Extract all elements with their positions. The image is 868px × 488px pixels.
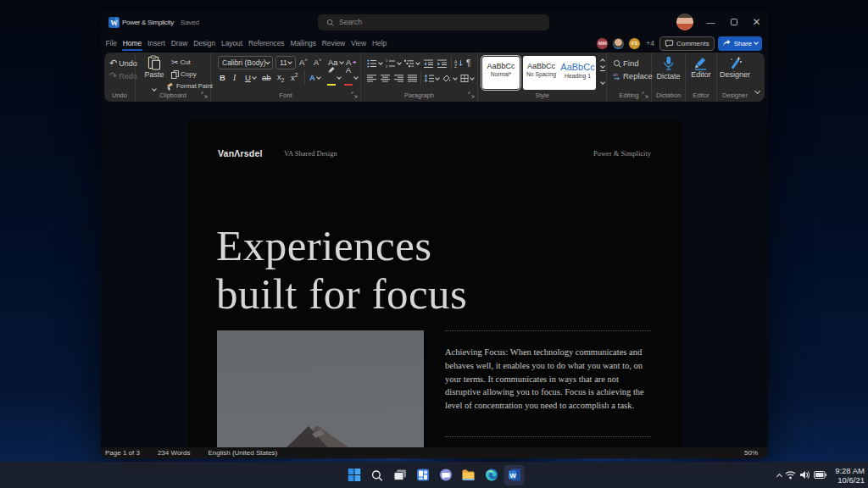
multilevel-list-icon xyxy=(404,59,415,68)
align-center-button[interactable] xyxy=(381,72,390,85)
svg-text:1: 1 xyxy=(386,59,388,63)
chat-button[interactable] xyxy=(436,465,456,485)
style-normal[interactable]: AaBbCc Normal* xyxy=(482,57,520,89)
borders-button[interactable] xyxy=(460,72,474,85)
shading-button[interactable] xyxy=(442,72,457,85)
style-no-spacing[interactable]: AaBbCc No Spacing xyxy=(523,56,559,90)
font-name-select[interactable]: Calibri (Body) xyxy=(218,56,273,69)
justify-button[interactable] xyxy=(408,72,417,85)
copy-button[interactable]: Copy xyxy=(171,68,197,80)
collapse-ribbon-button[interactable] xyxy=(755,81,760,97)
shrink-font-button[interactable]: A˅ xyxy=(314,56,322,69)
subscript-button[interactable]: x2 xyxy=(277,71,284,84)
editor-icon xyxy=(693,56,709,70)
editor-button[interactable]: Editor xyxy=(686,56,716,79)
font-color-button[interactable]: A xyxy=(344,71,358,84)
tab-mailings[interactable]: Mailings xyxy=(287,34,319,53)
document-heading[interactable]: Experiences built for focus xyxy=(216,222,467,319)
paragraph-dialog-launcher[interactable] xyxy=(468,92,475,98)
volume-icon[interactable] xyxy=(799,470,810,480)
document-paragraph[interactable]: Achieving Focus: When technology communi… xyxy=(445,346,651,413)
show-paragraph-marks-button[interactable]: ¶ xyxy=(466,57,470,69)
tab-draw[interactable]: Draw xyxy=(168,34,190,53)
style-heading-1[interactable]: AaBbCc Heading 1 xyxy=(559,56,596,90)
dictation-group-label: Dictation xyxy=(652,92,685,99)
editing-dialog-launcher[interactable] xyxy=(642,92,648,98)
find-button[interactable]: Find xyxy=(613,57,638,69)
strikethrough-button[interactable]: ab xyxy=(262,71,271,84)
tab-help[interactable]: Help xyxy=(369,34,389,53)
comments-button[interactable]: Comments xyxy=(659,36,715,51)
user-avatar[interactable] xyxy=(676,14,693,30)
minimize-button[interactable]: — xyxy=(699,10,722,34)
page-indicator[interactable]: Page 1 of 3 xyxy=(105,449,140,457)
tab-view[interactable]: View xyxy=(348,34,370,53)
italic-button[interactable]: I xyxy=(233,71,236,84)
bullets-button[interactable] xyxy=(367,57,382,69)
increase-indent-icon xyxy=(437,59,448,68)
tray-chevron-icon[interactable] xyxy=(777,472,782,479)
clipboard-group-label: Clipboard xyxy=(136,92,210,99)
align-left-button[interactable] xyxy=(367,72,376,85)
word-taskbar-button[interactable]: W xyxy=(504,465,525,485)
taskbar-clock[interactable]: 9:28 AM 10/6/21 xyxy=(835,466,865,485)
dictate-button[interactable]: Dictate xyxy=(652,56,685,80)
collab-avatar-1[interactable]: MM xyxy=(596,37,609,50)
tab-insert[interactable]: Insert xyxy=(145,34,169,53)
align-right-button[interactable] xyxy=(394,72,403,85)
word-taskbar-icon: W xyxy=(508,469,520,481)
edge-button[interactable] xyxy=(481,465,502,485)
collab-overflow-count[interactable]: +4 xyxy=(646,39,654,47)
language-indicator[interactable]: English (United States) xyxy=(208,449,277,457)
taskbar-search-button[interactable] xyxy=(367,465,387,485)
task-view-button[interactable] xyxy=(390,465,410,485)
tab-file[interactable]: File xyxy=(103,34,120,53)
battery-icon[interactable] xyxy=(814,471,826,479)
tab-review[interactable]: Review xyxy=(319,34,348,53)
redo-button[interactable]: ↷Redo xyxy=(109,69,137,82)
close-button[interactable]: ✕ xyxy=(745,10,768,34)
tab-design[interactable]: Design xyxy=(191,34,219,53)
font-group-label: Font xyxy=(211,92,360,99)
share-button[interactable]: Share xyxy=(718,36,762,51)
paste-button[interactable]: Paste xyxy=(142,55,166,94)
superscript-button[interactable]: x2 xyxy=(291,71,298,84)
zoom-level[interactable]: 50% xyxy=(744,449,758,457)
maximize-button[interactable] xyxy=(722,10,745,34)
clipboard-dialog-launcher[interactable] xyxy=(201,92,208,98)
line-spacing-button[interactable] xyxy=(424,72,439,85)
font-size-select[interactable]: 11 xyxy=(275,56,296,69)
widgets-icon xyxy=(416,469,429,481)
grow-font-button[interactable]: A˄ xyxy=(299,56,308,69)
start-button[interactable] xyxy=(344,465,364,485)
cut-button[interactable]: ✂Cut xyxy=(171,56,191,69)
increase-indent-button[interactable] xyxy=(437,57,448,69)
collab-avatar-2[interactable]: CL xyxy=(612,37,625,50)
tab-references[interactable]: References xyxy=(245,34,287,53)
widgets-button[interactable] xyxy=(413,465,433,485)
decrease-indent-button[interactable] xyxy=(424,57,434,69)
highlight-button[interactable] xyxy=(326,71,341,84)
font-dialog-launcher[interactable] xyxy=(351,92,358,98)
designer-button[interactable]: Designer xyxy=(717,56,753,79)
word-count[interactable]: 234 Words xyxy=(158,449,191,457)
style-gallery-scroll[interactable] xyxy=(598,56,606,90)
document-image[interactable] xyxy=(217,330,424,447)
bold-button[interactable]: B xyxy=(220,71,225,84)
undo-button[interactable]: ↶Undo xyxy=(109,57,137,69)
numbering-button[interactable]: 12 xyxy=(386,57,401,69)
underline-button[interactable]: U xyxy=(245,71,256,84)
sort-button[interactable]: AZ xyxy=(454,57,464,69)
document-page[interactable]: VanΛrsdel VA Shared Design Power & Simpl… xyxy=(188,120,681,447)
format-painter-button[interactable]: Format Paint xyxy=(166,80,213,92)
tab-home[interactable]: Home xyxy=(120,34,144,53)
file-explorer-button[interactable] xyxy=(459,465,479,485)
ribbon-group-clipboard: Paste ✂Cut Copy Format Paint Clipboard xyxy=(136,53,211,102)
search-input[interactable]: Search xyxy=(318,14,549,30)
collab-avatar-3[interactable]: FS xyxy=(628,37,641,50)
text-effects-button[interactable]: A xyxy=(309,71,320,84)
wifi-icon[interactable] xyxy=(785,470,796,480)
tab-layout[interactable]: Layout xyxy=(219,34,246,53)
multilevel-list-button[interactable] xyxy=(404,57,420,69)
replace-button[interactable]: ab Replace xyxy=(613,69,653,82)
